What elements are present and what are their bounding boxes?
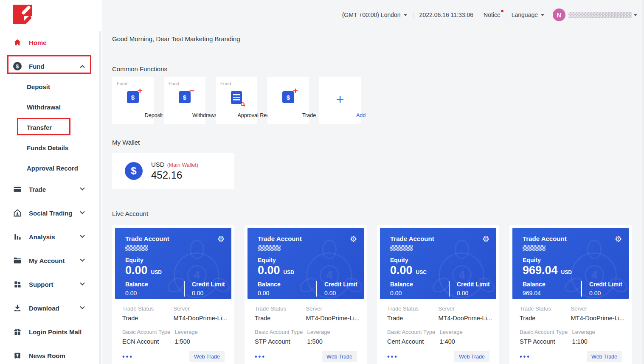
more-options-button[interactable]: •••: [520, 353, 531, 361]
news-room-icon: [13, 351, 22, 360]
wallet-tag: (Main Wallet): [167, 162, 198, 168]
notice-button[interactable]: Notice: [484, 11, 501, 18]
server-value: MT4-DooPrime-Li...: [439, 315, 492, 322]
sidebar-item-withdrawal[interactable]: Withdrawal: [0, 98, 102, 116]
sidebar-item-label: Deposit: [27, 83, 50, 90]
sidebar-item-deposit[interactable]: Deposit: [0, 77, 102, 96]
sidebar-item-trade[interactable]: Trade: [0, 180, 102, 199]
account-type-value: STP Account: [520, 338, 572, 345]
dooprime-logo: [13, 5, 32, 24]
folder-icon: [13, 256, 22, 265]
server-label: Server: [439, 305, 492, 312]
trade-status-value: Trade: [387, 315, 439, 322]
card-title: Trade Account: [125, 235, 169, 242]
more-options-button[interactable]: •••: [387, 353, 398, 361]
web-trade-button[interactable]: Web Trade: [454, 351, 489, 362]
more-options-button[interactable]: •••: [122, 353, 133, 361]
credit-limit-value: 0.00: [457, 290, 490, 297]
account-summary-panel: 4 Trade Account ⚙ Equity 0.00 USD Balanc…: [247, 228, 364, 299]
language-dropdown[interactable]: Language: [512, 11, 544, 18]
account-number-redacted: [523, 245, 546, 251]
equity-currency: USD: [561, 269, 572, 275]
dollar-coin-icon: $: [125, 162, 143, 180]
account-type-value: Cent Account: [387, 338, 440, 345]
sidebar-item-social-trading[interactable]: Social Trading: [0, 204, 102, 222]
grid-icon: [13, 280, 22, 289]
leverage-value: 1:100: [572, 338, 625, 345]
more-options-button[interactable]: •••: [255, 353, 266, 361]
live-account-row: 4 Trade Account ⚙ Equity 0.00 USD Balanc…: [112, 225, 632, 364]
balance-value: 0.00: [125, 290, 184, 297]
credit-limit-label: Credit Limit: [192, 281, 225, 288]
equity-currency: USC: [416, 269, 427, 275]
web-trade-button[interactable]: Web Trade: [322, 351, 357, 362]
account-type-label: Basic Account Type: [387, 329, 440, 335]
dollar-plus-icon: $+: [112, 91, 154, 103]
sidebar-item-label: My Account: [29, 257, 65, 264]
equity-value: 0.00: [258, 264, 280, 277]
sidebar-scrollbar[interactable]: [99, 31, 101, 364]
server-value: MT4-DooPrime-Li...: [174, 315, 228, 322]
sidebar-item-login-points-mall[interactable]: Login Points Mall: [0, 322, 102, 341]
document-search-icon: [216, 91, 257, 104]
sidebar-item-analysis[interactable]: Analysis: [0, 227, 102, 246]
topbar-divider: [413, 12, 413, 18]
wallet-amount: 452.16: [151, 169, 198, 181]
account-type-value: ECN Account: [122, 338, 175, 345]
sidebar-item-label: Login Points Mall: [29, 328, 82, 336]
user-menu[interactable]: N: [544, 8, 637, 21]
account-summary-panel: 4 Trade Account ⚙ Equity 0.00 USD Balanc…: [115, 228, 231, 299]
download-icon: [13, 304, 22, 313]
add-function-card[interactable]: + Add: [319, 77, 361, 124]
wallet-icon: [13, 185, 22, 194]
avatar[interactable]: N: [553, 8, 565, 21]
datetime-label: 2022.06.16 11:33:06: [419, 11, 473, 18]
common-function-approval-record-card[interactable]: Fund Approval Record: [216, 77, 257, 124]
account-details: Trade Status Trade Server MT4-DooPrime-L…: [247, 299, 364, 362]
sidebar-item-support[interactable]: Support: [0, 275, 102, 294]
trade-account-card: 4 Trade Account ⚙ Equity 969.04 USD Bala…: [509, 225, 632, 364]
sidebar-item-label: News Room: [29, 352, 65, 359]
timezone-dropdown[interactable]: (GMT +00:00) London: [342, 11, 407, 18]
top-bar: (GMT +00:00) London 2022.06.16 11:33:06 …: [342, 8, 637, 21]
sidebar-item-transfer[interactable]: Transfer: [0, 118, 102, 137]
server-label: Server: [174, 305, 228, 312]
sidebar-item-funds-details[interactable]: Funds Details: [0, 138, 102, 157]
gear-icon[interactable]: ⚙: [615, 235, 622, 243]
balance-value: 969.04: [523, 290, 581, 297]
sidebar-item-label: Analysis: [29, 233, 55, 241]
sidebar-item-home[interactable]: Home: [0, 33, 102, 52]
wallet-info: USD (Main Wallet) 452.16: [151, 161, 198, 181]
sidebar-item-label: Social Trading: [29, 210, 73, 217]
web-trade-button[interactable]: Web Trade: [587, 351, 622, 362]
card-label: Add: [340, 112, 382, 118]
sidebar-item-my-account[interactable]: My Account: [0, 251, 102, 270]
balance-value: 0.00: [258, 290, 316, 297]
server-value: MT4-DooPrime-Li...: [306, 315, 360, 322]
user-name-redacted: [568, 12, 632, 18]
sidebar-item-download[interactable]: Download: [0, 299, 102, 317]
trade-status-value: Trade: [520, 315, 571, 322]
sidebar-item-label: Fund: [29, 63, 45, 70]
web-trade-button[interactable]: Web Trade: [189, 351, 225, 362]
trade-account-card: 4 Trade Account ⚙ Equity 0.00 USD Balanc…: [245, 225, 367, 364]
sidebar-item-fund[interactable]: $ Fund: [0, 57, 102, 76]
sidebar-item-label: Trade: [29, 186, 46, 193]
gear-icon[interactable]: ⚙: [350, 235, 357, 243]
sidebar-nav: Home $ Fund Deposit Withdrawal Transfer …: [0, 0, 102, 364]
trade-status-label: Trade Status: [122, 305, 174, 312]
common-function-deposit-card[interactable]: Fund $+ Deposit: [112, 77, 154, 124]
common-function-withdrawal-card[interactable]: Fund $− Withdrawal: [164, 77, 205, 124]
page-scrollbar[interactable]: [642, 0, 644, 364]
sidebar-item-approval-record[interactable]: Approval Record: [0, 159, 102, 177]
leverage-value: 1:500: [307, 338, 360, 345]
sidebar-item-label: Funds Details: [27, 144, 68, 151]
common-function-trade-card[interactable]: $+ Trade: [267, 77, 309, 124]
sidebar-item-news-room[interactable]: News Room: [0, 346, 102, 364]
gear-icon[interactable]: ⚙: [482, 235, 489, 243]
equity-currency: USD: [284, 269, 294, 275]
card-category-label: Fund: [220, 81, 231, 86]
equity-label: Equity: [125, 257, 231, 263]
gear-icon[interactable]: ⚙: [217, 235, 225, 243]
equity-label: Equity: [390, 257, 496, 263]
